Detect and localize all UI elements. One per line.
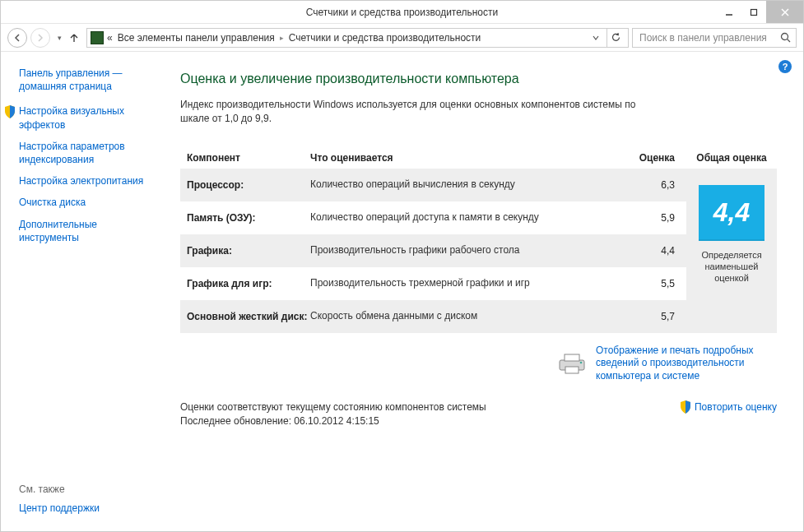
base-score-caption: Определяется наименьшей оценкой bbox=[691, 249, 772, 285]
sidebar-item-visual-effects[interactable]: Настройка визуальных эффектов bbox=[19, 104, 159, 131]
status-line-2: Последнее обновление: 06.10.2012 4:15:15 bbox=[180, 414, 486, 428]
row-desc: Производительность графики рабочего стол… bbox=[310, 244, 622, 257]
breadcrumb-sep-icon: ▸ bbox=[280, 34, 284, 42]
print-details-row: Отображение и печать подробных сведений … bbox=[180, 345, 777, 383]
sidebar-item-disk-cleanup[interactable]: Очистка диска bbox=[19, 196, 159, 209]
sidebar-item-indexing[interactable]: Настройка параметров индексирования bbox=[19, 140, 159, 166]
svg-line-5 bbox=[788, 39, 791, 43]
row-component: Графика для игр: bbox=[187, 278, 310, 289]
printer-icon bbox=[558, 352, 588, 375]
breadcrumb-item-2[interactable]: Счетчики и средства производительности bbox=[289, 32, 481, 44]
breadcrumb: « Все элементы панели управления ▸ Счетч… bbox=[107, 32, 583, 44]
minimize-button[interactable] bbox=[717, 1, 741, 23]
see-also-header: См. также bbox=[19, 483, 159, 495]
status-line-1: Оценки соответствуют текущему состоянию … bbox=[180, 400, 486, 414]
address-dropdown[interactable] bbox=[587, 29, 605, 47]
print-details-link[interactable]: Отображение и печать подробных сведений … bbox=[596, 345, 777, 383]
col-header-what: Что оценивается bbox=[310, 152, 622, 164]
row-desc: Количество операций доступа к памяти в с… bbox=[310, 211, 622, 224]
base-score-tile: 4,4 bbox=[699, 185, 764, 241]
search-box[interactable] bbox=[632, 28, 797, 48]
page-description: Индекс производительности Windows исполь… bbox=[180, 98, 641, 126]
row-component: Основной жесткий диск: bbox=[187, 311, 310, 322]
navigation-bar: ▾ « Все элементы панели управления ▸ Сче… bbox=[1, 24, 803, 52]
minimize-icon bbox=[725, 8, 733, 16]
status-text: Оценки соответствуют текущему состоянию … bbox=[180, 400, 486, 428]
row-score: 5,5 bbox=[622, 278, 680, 289]
breadcrumb-item-1[interactable]: Все элементы панели управления bbox=[118, 32, 275, 44]
location-icon bbox=[91, 31, 104, 44]
svg-point-9 bbox=[580, 362, 583, 364]
svg-rect-8 bbox=[565, 367, 579, 373]
window-controls bbox=[717, 1, 803, 23]
sidebar: Панель управления — домашняя страница На… bbox=[1, 52, 170, 531]
svg-rect-7 bbox=[565, 354, 579, 361]
row-component: Графика: bbox=[187, 245, 310, 257]
col-header-score: Оценка bbox=[622, 152, 680, 164]
maximize-icon bbox=[750, 8, 758, 16]
main-content: Оценка и увеличение производительности к… bbox=[170, 52, 803, 531]
rerun-label: Повторить оценку bbox=[695, 401, 777, 413]
svg-rect-1 bbox=[751, 9, 757, 15]
maximize-button[interactable] bbox=[741, 1, 766, 23]
row-score: 5,7 bbox=[622, 311, 680, 322]
shield-icon bbox=[4, 105, 16, 118]
shield-icon bbox=[680, 400, 691, 414]
sidebar-item-advanced-tools[interactable]: Дополнительные инструменты bbox=[19, 218, 159, 244]
arrow-up-icon bbox=[68, 32, 80, 44]
titlebar: Счетчики и средства производительности bbox=[1, 1, 803, 24]
window-title: Счетчики и средства производительности bbox=[306, 7, 498, 18]
table-row: Графика для игр: Производительность трех… bbox=[180, 267, 686, 300]
history-dropdown[interactable]: ▾ bbox=[53, 34, 65, 42]
wei-table: Компонент Что оценивается Оценка Процесс… bbox=[180, 149, 777, 333]
row-score: 5,9 bbox=[622, 212, 680, 224]
page-title: Оценка и увеличение производительности к… bbox=[180, 72, 777, 86]
chevron-down-icon bbox=[592, 34, 600, 42]
breadcrumb-prefix: « bbox=[107, 32, 113, 44]
row-score: 4,4 bbox=[622, 245, 680, 257]
search-icon bbox=[780, 32, 791, 43]
refresh-button[interactable] bbox=[606, 29, 625, 47]
address-bar[interactable]: « Все элементы панели управления ▸ Счетч… bbox=[86, 28, 629, 48]
row-component: Процессор: bbox=[187, 179, 310, 191]
control-panel-home-link[interactable]: Панель управления — домашняя страница bbox=[19, 67, 159, 93]
refresh-icon bbox=[611, 32, 621, 43]
col-header-component: Компонент bbox=[187, 152, 310, 164]
row-score: 6,3 bbox=[622, 179, 680, 191]
row-component: Память (ОЗУ): bbox=[187, 212, 310, 224]
sidebar-action-center-link[interactable]: Центр поддержки bbox=[19, 502, 159, 515]
table-row: Графика: Производительность графики рабо… bbox=[180, 234, 686, 267]
table-header-row: Компонент Что оценивается Оценка bbox=[180, 149, 686, 169]
table-row: Процессор: Количество операций вычислени… bbox=[180, 169, 686, 201]
rerun-assessment-link[interactable]: Повторить оценку bbox=[680, 400, 777, 414]
forward-button[interactable] bbox=[30, 28, 50, 48]
close-icon bbox=[780, 7, 790, 17]
table-row: Память (ОЗУ): Количество операций доступ… bbox=[180, 201, 686, 234]
close-button[interactable] bbox=[766, 1, 803, 23]
arrow-right-icon bbox=[35, 33, 45, 43]
base-score-column: Общая оценка 4,4 Определяется наименьшей… bbox=[686, 149, 777, 333]
search-input[interactable] bbox=[638, 31, 775, 44]
back-button[interactable] bbox=[7, 28, 27, 48]
row-desc: Скорость обмена данными с диском bbox=[310, 310, 622, 323]
svg-point-4 bbox=[782, 34, 788, 40]
table-row: Основной жесткий диск: Скорость обмена д… bbox=[180, 300, 686, 333]
sidebar-item-power[interactable]: Настройка электропитания bbox=[19, 174, 159, 187]
home-line1: Панель управления — bbox=[19, 67, 123, 79]
row-desc: Производительность трехмерной графики и … bbox=[310, 277, 622, 290]
col-header-base: Общая оценка bbox=[696, 149, 766, 169]
home-line2: домашняя страница bbox=[19, 81, 112, 92]
row-desc: Количество операций вычисления в секунду bbox=[310, 178, 622, 192]
up-button[interactable] bbox=[68, 32, 83, 44]
arrow-left-icon bbox=[12, 33, 22, 43]
